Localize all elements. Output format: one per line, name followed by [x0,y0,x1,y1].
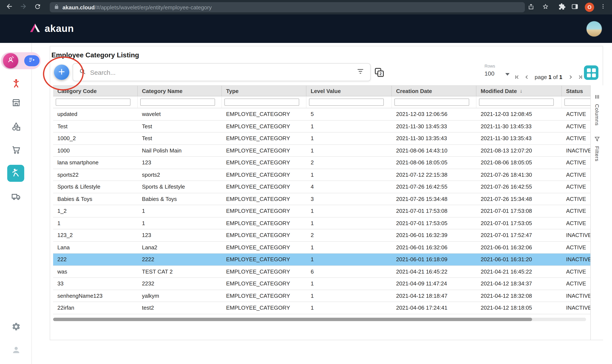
filter-input-code[interactable] [56,99,131,106]
table-row[interactable]: TestTestEMPLOYEE_CATEGORY12021-11-30 13:… [53,120,590,132]
columns-panel-toggle[interactable]: Columns [594,94,600,126]
user-avatar[interactable] [586,21,602,37]
cell-code: 222 [53,254,138,265]
cell-code: 1_2 [53,205,138,217]
cell-code: Sports & Lifestyle [53,181,138,193]
prev-page-button[interactable] [523,74,530,80]
cell-type: EMPLOYEE_CATEGORY [222,169,306,181]
lock-icon [54,3,59,11]
cell-code: Test [53,120,138,132]
cell-status: ACTIVE [562,205,590,217]
table-row[interactable]: 1000Nail Polish MainEMPLOYEE_CATEGORY120… [53,145,590,157]
table-row[interactable]: 332232EMPLOYEE_CATEGORY12021-04-09 11:47… [53,278,590,290]
filters-panel-toggle[interactable]: Filters [594,136,600,161]
filters-panel-label: Filters [594,146,600,161]
bookmark-button[interactable] [541,3,549,11]
h-scrollbar-track[interactable] [53,318,586,321]
url-bar[interactable]: akaun.cloud/#/applets/wavelet/erp/entity… [50,2,525,12]
column-header-level[interactable]: Level Value [306,86,392,96]
profile-button[interactable]: O [585,2,594,12]
column-header-label: Modified Date [481,88,517,94]
column-header-created[interactable]: Creation Date [392,86,477,96]
column-header-status[interactable]: Status [562,86,590,96]
table-row[interactable]: lana smartphone123EMPLOYEE_CATEGORY22021… [53,157,590,169]
cell-code: lana smartphone [53,157,138,169]
sidebar-item-settings[interactable] [0,322,32,333]
table-row[interactable]: 22irfantest2EMPLOYEE_CATEGORY12021-04-06… [53,302,590,314]
cell-modified: 2021-07-01 17:53:05 [477,217,562,229]
table-row[interactable]: wasTEST CAT 2EMPLOYEE_CATEGORY62021-04-2… [53,266,590,278]
h-scrollbar-thumb[interactable] [53,318,532,321]
grid-view-button[interactable] [584,65,599,80]
bookmark-icon [542,3,549,12]
table-row[interactable]: LanaLana2EMPLOYEE_CATEGORY12021-06-01 16… [53,241,590,254]
cell-level: 2 [306,229,392,241]
applet-menu-button[interactable] [24,55,40,66]
back-button[interactable] [6,3,13,11]
table-row[interactable]: 2222222EMPLOYEE_CATEGORY12021-06-01 16:1… [53,254,590,266]
rows-label: Rows [484,64,515,68]
table-row[interactable]: Babies & ToysBabies & ToysEMPLOYEE_CATEG… [53,193,590,205]
search-input[interactable] [90,69,357,76]
browser-menu-button[interactable] [600,3,606,11]
sidebar-item-logistics[interactable] [0,192,32,203]
sidebar-item-red-applet[interactable] [0,78,32,90]
add-category-button[interactable]: + [54,65,69,80]
truck-icon [11,192,21,203]
next-page-button[interactable] [567,74,574,80]
table-filter-row [53,96,590,108]
sidebar-item-categories[interactable] [0,121,32,133]
cell-name: 123 [138,157,222,169]
column-header-type[interactable]: Type [222,86,306,96]
filter-input-name[interactable] [140,99,215,106]
brand-logo[interactable]: akaun [29,14,74,43]
reload-button[interactable] [34,3,41,11]
brand-triangle-icon [29,23,41,35]
column-header-code[interactable]: Category Code [53,86,138,96]
duplicate-view-button[interactable]: 2 [375,68,384,77]
back-icon [6,2,13,12]
table-row[interactable]: senhengName123yalkymEMPLOYEE_CATEGORY120… [53,290,590,302]
column-header-name[interactable]: Category Name [138,86,222,96]
table-row[interactable]: 1000_2TestEMPLOYEE_CATEGORY12021-11-30 1… [53,132,590,145]
sidebar-item-hr-applet-active[interactable] [7,165,24,182]
cell-status: ACTIVE [562,193,590,205]
cell-status: ACTIVE [562,266,590,277]
applet-home-button[interactable] [3,53,18,68]
table-row[interactable]: 11EMPLOYEE_CATEGORY12021-07-01 17:53:052… [53,217,590,229]
table-row[interactable]: Sports & LifestyleSports & LifestyleEMPL… [53,181,590,193]
filter-input-created[interactable] [394,99,469,106]
share-button[interactable] [527,3,535,11]
sort-desc-icon: ↓ [520,88,522,94]
first-page-button[interactable] [513,74,520,80]
cell-status: ACTIVE [562,181,590,193]
reload-icon [34,3,41,12]
sidebar-item-store[interactable] [0,98,32,110]
cell-status: ACTIVE [562,241,590,253]
cell-created: 2021-04-06 17:24:41 [392,302,477,314]
settings-gear-icon [11,322,21,333]
forward-button[interactable] [20,3,27,11]
filter-input-status[interactable] [564,99,590,106]
sidebar-item-account[interactable] [0,345,32,356]
cell-modified: 2021-08-06 18:05:05 [477,157,562,169]
url-path: /#/applets/wavelet/erp/entity/employee-c… [95,4,212,10]
table-row[interactable]: updatedwaveletEMPLOYEE_CATEGORY52021-12-… [53,108,590,120]
sidebar-item-cart[interactable] [0,145,32,157]
table-row[interactable]: 123_2123EMPLOYEE_CATEGORY22021-06-01 16:… [53,229,590,241]
table-row[interactable]: 1_21EMPLOYEE_CATEGORY12021-07-01 17:53:0… [53,205,590,217]
cell-modified: 2021-07-26 15:34:48 [477,193,562,205]
filter-input-modified[interactable] [479,99,554,106]
filter-button[interactable] [357,67,364,77]
table-row[interactable]: sports22sports2EMPLOYEE_CATEGORY12021-07… [53,169,590,181]
column-header-label: Level Value [311,88,341,94]
rows-per-page-select[interactable]: Rows 100 [484,64,515,77]
side-panel-button[interactable] [571,3,578,11]
extensions-button[interactable] [558,3,566,11]
last-page-button[interactable] [577,74,584,80]
filter-input-level[interactable] [309,99,384,106]
column-header-modified[interactable]: Modified Date↓ [477,86,562,96]
cell-name: Nail Polish Main [138,145,222,156]
filter-input-type[interactable] [224,99,299,106]
cell-code: 1 [53,217,138,229]
